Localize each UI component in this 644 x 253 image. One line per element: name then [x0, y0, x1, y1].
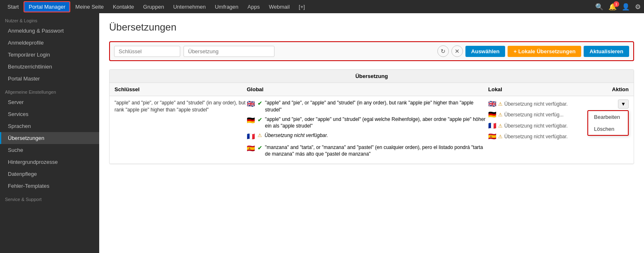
global-entry-es: 🇪🇸 ✔ "manzana" and "tarta", or "manzana"… — [247, 144, 488, 158]
action-dropdown-button[interactable]: ▼ — [618, 99, 629, 109]
page-title: Übersetzungen — [109, 21, 634, 33]
sidebar-item-anmeldeprofile[interactable]: Anmeldeprofile — [0, 37, 99, 49]
top-navigation: Start Portal Manager Meine Seite Kontakt… — [0, 0, 644, 13]
notification-icon[interactable]: 🔔 1 — [608, 3, 617, 11]
top-nav-right: 🔍 🔔 1 👤 ⚙ — [595, 3, 641, 11]
action-loschen[interactable]: Löschen — [588, 123, 628, 135]
sidebar-section-nutzer: Nutzer & Logins — [0, 13, 99, 25]
sidebar-item-services[interactable]: Services — [0, 108, 99, 120]
check-icon-de: ✔ — [258, 116, 262, 124]
action-dropdown-wrapper: ▼ Bearbeiten Löschen — [618, 99, 629, 109]
local-flag-es: 🇪🇸 — [488, 132, 496, 141]
sidebar-item-datenpflege[interactable]: Datenpflege — [0, 168, 99, 180]
table-title: Übersetzung — [110, 70, 634, 83]
local-flag-fr: 🇫🇷 — [488, 121, 496, 130]
local-warn-en: ⚠ — [498, 101, 503, 108]
global-entry-fr: 🇫🇷 ⚠ Übersetzung nicht verfügbar. — [247, 132, 488, 141]
search-bar: ↻ ✕ Auswählen + Lokale Übersetzungen Akt… — [109, 41, 634, 61]
global-entry-en: 🇬🇧 ✔ "apple" and "pie", or "apple" and "… — [247, 99, 488, 113]
refresh-icon-button[interactable]: ↻ — [437, 45, 449, 57]
global-entry-de: 🇩🇪 ✔ "apple" und "pie", oder "apple" und… — [247, 116, 488, 130]
notification-badge: 1 — [613, 1, 619, 7]
row-key: "apple" and "pie", or "apple" and "strud… — [114, 99, 247, 113]
search-bar-actions: ↻ ✕ Auswählen + Lokale Übersetzungen Akt… — [437, 45, 629, 57]
sidebar-item-portal-master[interactable]: Portal Master — [0, 73, 99, 85]
nav-item-portal-manager[interactable]: Portal Manager — [24, 1, 70, 12]
global-text-de: "apple" und "pie", oder "apple" und "str… — [265, 116, 488, 130]
sidebar-item-suche[interactable]: Suche — [0, 144, 99, 156]
translations-table: Übersetzung Schlüssel Global Lokal Aktio… — [109, 69, 634, 164]
flag-de: 🇩🇪 — [247, 116, 255, 125]
row-local: 🇬🇧 ⚠ Übersetzung nicht verfügbar. 🇩🇪 ⚠ Ü… — [488, 99, 579, 143]
sidebar-item-benutzerrichtlinien[interactable]: Benutzerrichtlinien — [0, 61, 99, 73]
search-icon[interactable]: 🔍 — [595, 3, 603, 11]
row-global: 🇬🇧 ✔ "apple" and "pie", or "apple" and "… — [247, 99, 488, 160]
local-flag-en: 🇬🇧 — [488, 99, 496, 109]
check-icon-en: ✔ — [258, 99, 262, 108]
sidebar-section-service: Service & Support — [0, 192, 99, 203]
sidebar-item-anmeldung[interactable]: Anmeldung & Passwort — [0, 25, 99, 37]
sidebar-item-fehler-templates[interactable]: Fehler-Templates — [0, 180, 99, 192]
search-key-input[interactable] — [114, 46, 180, 57]
nav-item-meine-seite[interactable]: Meine Seite — [71, 2, 108, 12]
global-text-en: "apple" and "pie", or "apple" and "strud… — [265, 99, 488, 113]
sidebar-item-server[interactable]: Server — [0, 96, 99, 108]
local-text-es: Übersetzung nicht verfügbar. — [504, 133, 568, 140]
local-entry-fr: 🇫🇷 ⚠ Übersetzung nicht verfügbar. — [488, 121, 579, 130]
flag-fr: 🇫🇷 — [247, 132, 255, 141]
global-text-fr: Übersetzung nicht verfügbar. — [265, 132, 328, 139]
local-warn-de: ⚠ — [498, 111, 503, 118]
action-bearbeiten[interactable]: Bearbeiten — [588, 111, 628, 123]
nav-item-webmail[interactable]: Webmail — [265, 2, 293, 12]
nav-item-apps[interactable]: Apps — [243, 2, 264, 12]
main-layout: Nutzer & Logins Anmeldung & Passwort Anm… — [0, 13, 644, 253]
sidebar-section-allgemein: Allgemeine Einstellungen — [0, 85, 99, 96]
table-row: "apple" and "pie", or "apple" and "strud… — [110, 96, 634, 164]
check-icon-es: ✔ — [258, 144, 262, 152]
nav-item-unternehmen[interactable]: Unternehmen — [169, 2, 210, 12]
user-icon[interactable]: 👤 — [622, 3, 630, 11]
action-dropdown-menu: Bearbeiten Löschen — [587, 110, 629, 136]
local-flag-de: 🇩🇪 — [488, 110, 496, 119]
clear-icon-button[interactable]: ✕ — [451, 45, 463, 57]
aktualisieren-button[interactable]: Aktualisieren — [584, 46, 629, 57]
local-text-en: Übersetzung nicht verfügbar. — [504, 101, 568, 108]
select-button[interactable]: Auswählen — [465, 46, 506, 57]
sidebar-item-temporaerer-login[interactable]: Temporärer Login — [0, 49, 99, 61]
local-translations-button[interactable]: + Lokale Übersetzungen — [508, 46, 581, 57]
nav-item-plus[interactable]: [+] — [295, 2, 309, 12]
warn-icon-fr: ⚠ — [258, 132, 262, 139]
settings-icon[interactable]: ⚙ — [635, 3, 641, 11]
col-header-key: Schlüssel — [114, 86, 247, 92]
flag-en: 🇬🇧 — [247, 99, 255, 109]
local-text-de: Übersetzung nicht verfüg... — [504, 111, 563, 118]
local-entry-en: 🇬🇧 ⚠ Übersetzung nicht verfügbar. — [488, 99, 579, 109]
nav-item-umfragen[interactable]: Umfragen — [211, 2, 243, 12]
sidebar-item-hintergrundprozesse[interactable]: Hintergrundprozesse — [0, 156, 99, 168]
col-header-global: Global — [247, 86, 488, 92]
local-text-fr: Übersetzung nicht verfügbar. — [504, 123, 568, 130]
sidebar: Nutzer & Logins Anmeldung & Passwort Anm… — [0, 13, 99, 253]
row-aktion: ▼ Bearbeiten Löschen — [579, 99, 629, 109]
local-entry-es: 🇪🇸 ⚠ Übersetzung nicht verfügbar. — [488, 132, 579, 141]
local-entry-de: 🇩🇪 ⚠ Übersetzung nicht verfüg... — [488, 110, 579, 119]
search-translation-input[interactable] — [184, 46, 274, 57]
nav-item-start[interactable]: Start — [3, 2, 23, 12]
nav-item-kontakte[interactable]: Kontakte — [109, 2, 138, 12]
local-warn-es: ⚠ — [498, 133, 503, 140]
flag-es: 🇪🇸 — [247, 144, 255, 153]
nav-item-gruppen[interactable]: Gruppen — [139, 2, 168, 12]
col-header-local: Lokal — [488, 86, 579, 92]
sidebar-item-ubersetzungen[interactable]: Übersetzungen — [0, 132, 99, 144]
sidebar-item-sprachen[interactable]: Sprachen — [0, 120, 99, 132]
local-warn-fr: ⚠ — [498, 123, 503, 130]
global-text-es: "manzana" and "tarta", or "manzana" and … — [265, 144, 488, 158]
main-content: Übersetzungen ↻ ✕ Auswählen + Lokale Übe… — [99, 13, 644, 253]
table-header: Schlüssel Global Lokal Aktion — [110, 83, 634, 96]
col-header-aktion: Aktion — [579, 86, 629, 92]
